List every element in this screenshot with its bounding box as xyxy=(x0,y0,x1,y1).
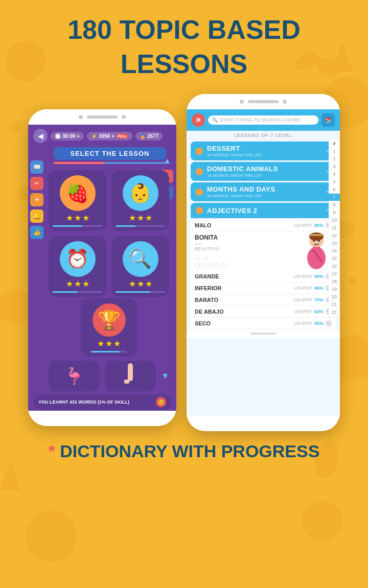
lightning-icon: ⚡ xyxy=(91,133,97,139)
num-15[interactable]: 15 xyxy=(329,255,340,263)
num-20[interactable]: 20 xyxy=(329,293,340,301)
rp-word-list: MALO LEARNT 86% BONITA = = xyxy=(191,220,336,330)
left-camera xyxy=(79,115,83,119)
word-row-malo[interactable]: MALO LEARNT 86% xyxy=(191,220,336,231)
lp-thumb-btn[interactable]: 👍 xyxy=(30,226,43,239)
asterisk: * xyxy=(49,441,55,461)
lp-bottom-banner: YOU LEARNT 431 WORDS (1% OF SKILL) 😊 xyxy=(33,394,171,410)
word-row-seco[interactable]: SECO LEARNT 55% xyxy=(191,318,336,330)
adjectives-dot xyxy=(196,207,203,214)
word-row-inferior[interactable]: INFERIOR LEARNT 96% xyxy=(191,283,336,294)
lp-progress-bar xyxy=(54,162,166,164)
num-11[interactable]: 11 xyxy=(329,224,340,232)
lp-xp-stat: ⚡ 3056 + FULL xyxy=(87,132,132,140)
coin-icon: 🏅 xyxy=(140,133,146,139)
rp-lesson-dessert[interactable]: DESSERT 16 WORDS. SHOW THE LIST − xyxy=(191,142,336,160)
search-stars: ★ ★ ★ xyxy=(129,279,152,289)
svg-rect-18 xyxy=(128,363,133,381)
rp-search-input[interactable]: 🔍 START TYPING TO SEARCH A WORD xyxy=(208,115,318,125)
scroll-up-icon[interactable]: ▲ xyxy=(163,156,171,166)
scroll-down-icon[interactable]: ▼ xyxy=(161,371,169,381)
rp-home-indicator xyxy=(250,333,276,335)
word-row-bonita-expanded[interactable]: BONITA = = BEAUTIFUL ☆ ☆ xyxy=(191,231,336,271)
num-9[interactable]: 9 xyxy=(329,209,340,217)
left-phone: ◀ 🕐 30:00 + ⚡ 3056 + FULL 🏅 2677 xyxy=(28,109,176,426)
bonita-circles xyxy=(195,263,226,268)
num-14[interactable]: 14 xyxy=(329,247,340,255)
leg-cell[interactable] xyxy=(105,361,156,391)
trophy-icon: 🏆 xyxy=(93,303,126,337)
num-2[interactable]: 2 xyxy=(329,155,340,163)
headline-line1: 180 TOPIC BASED xyxy=(67,15,301,44)
num-1[interactable]: 1 xyxy=(329,148,340,155)
rp-adjectives-row[interactable]: ADJECTIVES 2 − xyxy=(191,203,336,218)
lp-book-btn[interactable]: 📖 xyxy=(30,160,43,174)
lesson-cell-clock[interactable]: ⏰ ★ ★ ★ xyxy=(49,236,106,297)
num-7[interactable]: 7 xyxy=(329,194,340,201)
word-row-deabajo[interactable]: DE ABAJO LEARNT 63% xyxy=(191,306,336,318)
svg-point-21 xyxy=(309,232,324,241)
headline-line2: LESSONS xyxy=(67,50,301,79)
svg-point-5 xyxy=(302,501,342,542)
rp-lesson-animals[interactable]: DOMESTIC ANIMALS 14 WORDS. SHOW THE LIST… xyxy=(191,162,336,181)
lp-lessons-grid: 🍓 ★ ★ ★ 👶 ★ ★ ★ xyxy=(28,166,176,301)
lp-sidebar: 📖 ✂ ☀ 🔔 👍 xyxy=(30,160,43,239)
num-4[interactable]: 4 xyxy=(329,171,340,178)
num-21[interactable]: 21 xyxy=(329,301,340,309)
num-22[interactable]: 22 xyxy=(329,309,340,316)
word-row-barato[interactable]: BARATO LEARNT 75% xyxy=(191,294,336,306)
baby-stars: ★ ★ ★ xyxy=(129,213,152,223)
lp-timer-stat: 🕐 30:00 + xyxy=(51,132,84,140)
bottom-label: DICTIONARY WITH PROGRESS xyxy=(60,441,319,461)
word-row-grande[interactable]: GRANDE LEARNT 60% xyxy=(191,271,336,283)
rp-close-btn[interactable]: ✕ xyxy=(192,113,205,127)
lp-bell-btn[interactable]: 🔔 xyxy=(30,209,43,223)
clock-icon: 🕐 xyxy=(55,133,61,139)
rp-lesson-months[interactable]: MONTHS AND DAYS 19 WORDS. SHOW THE LIST … xyxy=(191,182,336,201)
num-5[interactable]: 5 xyxy=(329,178,340,186)
lesson-cell-baby[interactable]: 👶 ★ ★ ★ xyxy=(111,170,169,231)
baby-icon: 👶 xyxy=(123,175,158,211)
left-speaker xyxy=(87,115,118,119)
bonita-stars: ☆ ☆ xyxy=(195,253,226,262)
lp-trophy-row: 🏆 ★ ★ ★ xyxy=(28,298,176,357)
num-3[interactable]: 3 xyxy=(329,163,340,171)
right-phone: ✕ 🔍 START TYPING TO SEARCH A WORD 📚 LESS… xyxy=(187,94,340,431)
svg-point-27 xyxy=(318,240,320,242)
animals-dot xyxy=(196,168,203,175)
clock-stars: ★ ★ ★ xyxy=(66,279,89,289)
flamingo-cell[interactable]: 🦩 xyxy=(49,361,100,391)
lesson-cell-search[interactable]: 🔍 ★ ★ ★ xyxy=(111,236,169,297)
lp-back-btn[interactable]: ◀ xyxy=(33,129,48,143)
left-camera-2 xyxy=(122,115,126,119)
rp-home-bar xyxy=(187,330,340,338)
num-12[interactable]: 12 xyxy=(329,232,340,240)
num-8[interactable]: 8 xyxy=(329,201,340,209)
dessert-dot xyxy=(196,148,203,155)
right-screen: ✕ 🔍 START TYPING TO SEARCH A WORD 📚 LESS… xyxy=(187,109,340,416)
strawberry-icon: 🍓 xyxy=(60,175,96,211)
num-hash[interactable]: # xyxy=(329,140,340,148)
bottom-text: * DICTIONARY WITH PROGRESS xyxy=(49,441,320,461)
num-18[interactable]: 18 xyxy=(329,278,340,286)
lesson-cell-trophy[interactable]: 🏆 ★ ★ ★ xyxy=(81,298,137,357)
lp-scissors-btn[interactable]: ✂ xyxy=(30,177,43,190)
left-phone-top-bar xyxy=(28,109,176,125)
flamingo-icon: 🦩 xyxy=(64,366,84,386)
trophy-stars: ★ ★ ★ xyxy=(97,339,121,348)
num-16[interactable]: 16 xyxy=(329,263,340,270)
svg-rect-22 xyxy=(309,234,324,236)
strawberry-stars: ★ ★ ★ xyxy=(66,213,89,223)
lp-sun-btn[interactable]: ☀ xyxy=(30,193,43,206)
num-6[interactable]: 6 xyxy=(329,186,340,194)
right-camera xyxy=(240,100,244,104)
num-13[interactable]: 13 xyxy=(329,240,340,247)
num-17[interactable]: 17 xyxy=(329,270,340,278)
num-10[interactable]: 10 xyxy=(329,217,340,224)
lp-progress-fill xyxy=(54,162,104,164)
num-19[interactable]: 19 xyxy=(329,286,340,293)
lp-header: ◀ 🕐 30:00 + ⚡ 3056 + FULL 🏅 2677 xyxy=(28,125,176,147)
lesson-cell-strawberry[interactable]: 🍓 ★ ★ ★ xyxy=(49,170,106,231)
rp-book-btn[interactable]: 📚 xyxy=(321,113,335,127)
search-lesson-icon: 🔍 xyxy=(123,241,158,277)
